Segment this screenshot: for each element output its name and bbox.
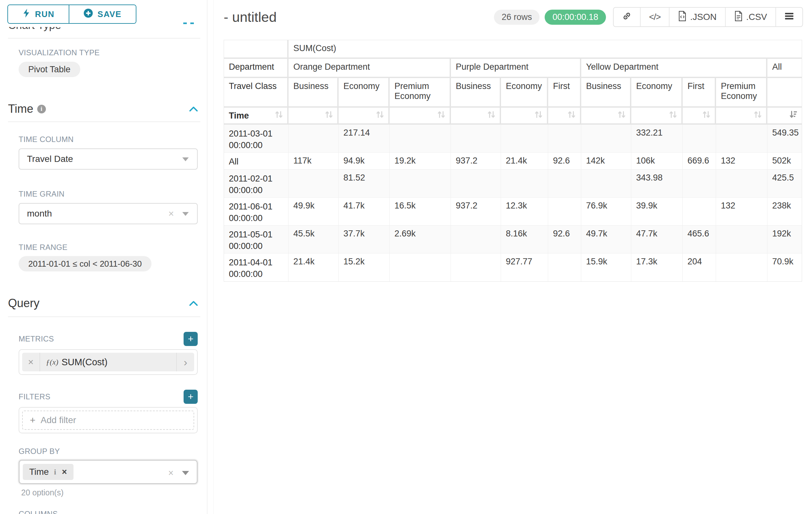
- pivot-value-cell: [683, 125, 716, 153]
- pivot-dimension-label: Department: [224, 59, 289, 78]
- pivot-value-cell: 16.5k: [389, 197, 451, 225]
- add-metric-button[interactable]: +: [183, 332, 198, 346]
- remove-tag-icon[interactable]: ×: [62, 467, 67, 477]
- hamburger-menu-icon: [784, 12, 794, 23]
- clipped-collapse-chevron: [183, 23, 187, 24]
- run-save-button-group: RUN SAVE: [7, 4, 137, 24]
- pivot-sort-header[interactable]: [501, 108, 548, 125]
- pivot-sort-header[interactable]: [767, 108, 802, 125]
- visualization-type-chip[interactable]: Pivot Table: [19, 62, 80, 77]
- clear-icon[interactable]: ×: [168, 468, 174, 478]
- divider: [8, 121, 200, 122]
- export-json-button[interactable]: .JSON: [669, 8, 725, 26]
- pivot-value-cell: 21.4k: [289, 253, 339, 281]
- pivot-value-cell: [683, 197, 716, 225]
- pivot-value-cell: 92.6: [548, 153, 581, 170]
- pivot-value-cell: 217.14: [339, 125, 389, 153]
- time-grain-select[interactable]: month ×: [19, 203, 198, 224]
- pivot-class-header: First: [548, 78, 581, 108]
- add-filter-plus-button[interactable]: +: [183, 390, 198, 404]
- export-csv-button[interactable]: .CSV: [725, 8, 775, 26]
- pivot-table-container: SUM(Cost)DepartmentOrange DepartmentPurp…: [224, 40, 803, 282]
- chart-actions-group: </> .JSON: [613, 7, 803, 27]
- pivot-data-row: 2011-03-01 00:00:00217.14332.21549.35: [224, 125, 802, 153]
- chart-header: - untitled 26 rows 00:00:00.18: [224, 7, 803, 27]
- pivot-class-header: Economy: [631, 78, 683, 108]
- pivot-value-cell: 12.3k: [501, 197, 548, 225]
- query-collapse-chevron-icon[interactable]: [189, 300, 198, 307]
- controls-scroll-area: Chart Type VISUALIZATION TYPE Pivot Tabl…: [0, 0, 207, 514]
- pivot-group-header: Orange Department: [289, 59, 451, 78]
- sort-icon: [567, 110, 576, 121]
- group-by-select[interactable]: Timei× ×: [19, 460, 198, 484]
- pivot-sort-header[interactable]: [716, 108, 767, 125]
- pivot-sort-header[interactable]: [631, 108, 683, 125]
- pivot-row-label: 2011-03-01 00:00:00: [224, 125, 289, 153]
- pivot-value-cell: [716, 253, 767, 281]
- pivot-sort-header[interactable]: [581, 108, 631, 125]
- sort-icon: [324, 110, 334, 121]
- pivot-value-cell: [389, 170, 451, 197]
- pivot-sort-header[interactable]: [289, 108, 339, 125]
- pivot-row-label: 2011-06-01 00:00:00: [224, 197, 289, 225]
- pivot-class-header: Economy: [339, 78, 389, 108]
- time-column-select[interactable]: Travel Date: [19, 148, 198, 170]
- clipped-collapse-chevron: [190, 23, 194, 24]
- pivot-value-cell: 549.35: [767, 125, 802, 153]
- pivot-class-header: Premium Economy: [389, 78, 451, 108]
- query-section-header: Query: [8, 297, 200, 310]
- pivot-value-cell: 21.4k: [501, 153, 548, 170]
- pivot-metric-header: SUM(Cost): [289, 40, 802, 59]
- save-button-label: SAVE: [97, 9, 122, 19]
- pivot-value-cell: [389, 253, 451, 281]
- run-button[interactable]: RUN: [8, 5, 69, 23]
- bolt-icon: [22, 8, 30, 20]
- pivot-value-cell: 132: [716, 197, 767, 225]
- pivot-sort-header[interactable]: [389, 108, 451, 125]
- remove-metric-icon[interactable]: ×: [22, 353, 40, 371]
- view-query-button[interactable]: </>: [640, 8, 669, 26]
- plus-circle-icon: [83, 8, 93, 20]
- row-dimension-label: Time: [229, 110, 249, 120]
- metric-pill[interactable]: × ƒ(x) SUM(Cost) ›: [22, 353, 194, 371]
- pivot-value-cell: [548, 253, 581, 281]
- pivot-sort-header[interactable]: [548, 108, 581, 125]
- pivot-class-header: Business: [289, 78, 339, 108]
- pivot-sort-header[interactable]: [451, 108, 501, 125]
- pivot-data-row: 2011-05-01 00:00:0045.5k37.7k2.69k8.16k9…: [224, 225, 802, 253]
- chevron-right-icon[interactable]: ›: [176, 353, 194, 371]
- pivot-value-cell: 343.98: [631, 170, 683, 197]
- time-collapse-chevron-icon[interactable]: [189, 105, 198, 112]
- pivot-value-cell: 238k: [767, 197, 802, 225]
- pivot-value-cell: 425.5: [767, 170, 802, 197]
- chart-title[interactable]: - untitled: [224, 9, 277, 25]
- time-range-chip[interactable]: 2011-01-01 ≤ col < 2011-06-30: [19, 256, 151, 271]
- file-code-icon: [678, 11, 687, 23]
- selected-value-tag[interactable]: Timei×: [23, 464, 74, 480]
- share-link-button[interactable]: [614, 8, 640, 26]
- pivot-class-header: Economy: [501, 78, 548, 108]
- code-icon: </>: [649, 12, 661, 22]
- pivot-value-cell: 192k: [767, 225, 802, 253]
- clear-icon[interactable]: ×: [168, 209, 174, 218]
- chevron-down-icon: [182, 212, 189, 216]
- pivot-row-dimension-header[interactable]: Time: [224, 108, 289, 125]
- save-button[interactable]: SAVE: [69, 5, 136, 23]
- pivot-data-row: 2011-02-01 00:00:0081.52343.98425.5: [224, 170, 802, 197]
- chart-panel: - untitled 26 rows 00:00:00.18: [207, 0, 812, 514]
- pivot-value-cell: [683, 170, 716, 197]
- pivot-sort-header[interactable]: [339, 108, 389, 125]
- pivot-value-cell: 8.16k: [501, 225, 548, 253]
- pivot-class-header: First: [683, 78, 716, 108]
- pivot-class-header: Premium Economy: [716, 78, 767, 108]
- add-filter-button[interactable]: + Add filter: [22, 410, 194, 430]
- metrics-control: × ƒ(x) SUM(Cost) ›: [19, 349, 198, 375]
- pivot-value-cell: 15.9k: [581, 253, 631, 281]
- pivot-value-cell: 47.7k: [631, 225, 683, 253]
- pivot-value-cell: [501, 125, 548, 153]
- pivot-value-cell: 45.5k: [289, 225, 339, 253]
- pivot-row-label: 2011-04-01 00:00:00: [224, 253, 289, 281]
- pivot-sort-header[interactable]: [683, 108, 716, 125]
- pivot-value-cell: 94.9k: [339, 153, 389, 170]
- menu-button[interactable]: [775, 8, 802, 26]
